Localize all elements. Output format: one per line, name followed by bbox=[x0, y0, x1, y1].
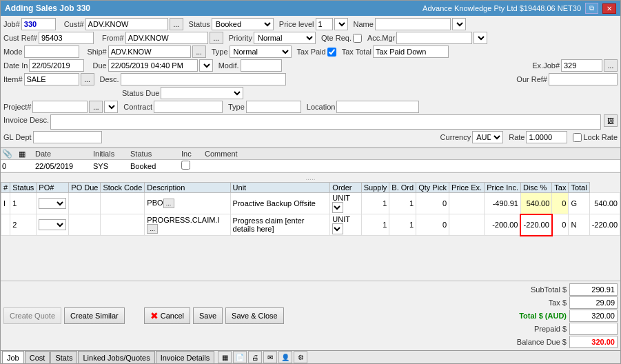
currency-select[interactable]: AUD bbox=[472, 131, 503, 143]
balance-value[interactable] bbox=[569, 336, 618, 348]
price-level-select[interactable] bbox=[334, 18, 348, 30]
type-select[interactable]: Normal bbox=[230, 46, 292, 58]
ship-dots-btn[interactable]: ... bbox=[192, 46, 206, 58]
attach-icon: 📎 bbox=[2, 149, 16, 159]
items-tbody: I 1 PBO... Proactive Backup Offsite UNIT… bbox=[1, 193, 620, 236]
invoice-desc-icon-btn[interactable]: 🖼 bbox=[604, 114, 618, 127]
due-field[interactable] bbox=[108, 59, 198, 72]
ship-field[interactable] bbox=[108, 46, 191, 58]
job-label: Job# bbox=[3, 20, 20, 28]
tab-invoice-details[interactable]: Invoice Details bbox=[156, 351, 215, 363]
row1-num: 1 bbox=[10, 193, 37, 214]
col-order: Order bbox=[330, 183, 361, 193]
log-col-status: Status bbox=[130, 150, 179, 158]
gl-dept-field[interactable] bbox=[33, 131, 102, 143]
lock-rate-checkbox[interactable] bbox=[573, 133, 582, 142]
cancel-button[interactable]: ✖ Cancel bbox=[144, 307, 190, 324]
tab-icon-4[interactable]: ✉ bbox=[263, 351, 277, 363]
from-label: From# bbox=[102, 34, 124, 42]
grid-icon: ▦ bbox=[19, 150, 32, 159]
total-value[interactable] bbox=[569, 310, 618, 322]
log-col-initials: Initials bbox=[93, 150, 128, 158]
row1-po bbox=[69, 193, 101, 214]
restore-button[interactable]: ⧉ bbox=[585, 3, 598, 14]
row1-stock-dots[interactable]: ... bbox=[163, 199, 174, 208]
location-label: Location bbox=[307, 103, 336, 111]
tax-total-field[interactable] bbox=[373, 46, 449, 58]
row2-po-due bbox=[101, 214, 145, 236]
save-close-button[interactable]: Save & Close bbox=[225, 307, 284, 324]
prepaid-value[interactable] bbox=[569, 323, 618, 335]
cust-ref-field[interactable] bbox=[39, 32, 94, 44]
items-table: # Status PO# PO Due Stock Code Descripti… bbox=[1, 182, 620, 236]
due-select[interactable] bbox=[199, 59, 213, 72]
create-quote-button[interactable]: Create Quote bbox=[3, 307, 61, 324]
job-field[interactable] bbox=[21, 18, 56, 30]
create-similar-button[interactable]: Create Similar bbox=[64, 307, 125, 324]
row2-stock-dots[interactable]: ... bbox=[147, 224, 158, 234]
close-button[interactable]: ✕ bbox=[602, 3, 616, 14]
location-field[interactable] bbox=[336, 101, 419, 113]
col-status: Status bbox=[10, 183, 37, 193]
date-in-field[interactable] bbox=[29, 59, 84, 72]
balance-label: Balance Due $ bbox=[511, 338, 567, 346]
name-field[interactable] bbox=[375, 18, 451, 30]
subtotal-row: SubTotal $ bbox=[511, 283, 618, 296]
tab-icon-1[interactable]: ▦ bbox=[218, 351, 232, 363]
qte-req-checkbox[interactable] bbox=[353, 34, 362, 43]
qte-req-label: Qte Req. bbox=[321, 34, 352, 42]
invoice-desc-field[interactable] bbox=[50, 114, 601, 130]
tab-stats[interactable]: Stats bbox=[50, 351, 77, 363]
col-po-due: PO Due bbox=[69, 183, 101, 193]
col-price-ex: Price Ex. bbox=[449, 183, 485, 193]
acc-mgr-field[interactable] bbox=[396, 32, 472, 44]
priority-select[interactable]: Normal bbox=[254, 32, 316, 44]
currency-label: Currency bbox=[440, 133, 471, 141]
project-select[interactable] bbox=[104, 101, 118, 113]
modif-field[interactable] bbox=[241, 59, 282, 72]
status-due-select[interactable] bbox=[161, 87, 243, 99]
name-select[interactable] bbox=[452, 18, 466, 30]
tax-value[interactable] bbox=[569, 296, 618, 309]
price-level-field[interactable] bbox=[316, 18, 333, 30]
ex-job-field[interactable] bbox=[561, 59, 602, 72]
row1-status[interactable] bbox=[37, 193, 69, 214]
subtotal-value[interactable] bbox=[569, 283, 618, 296]
bottom-bar: Create Quote Create Similar ✖ Cancel Sav… bbox=[1, 281, 620, 350]
mode-field[interactable] bbox=[24, 46, 79, 58]
col-unit: Unit bbox=[230, 183, 330, 193]
row2-type bbox=[1, 214, 10, 236]
item-label: Item# bbox=[3, 75, 23, 83]
our-ref-field[interactable] bbox=[549, 73, 618, 85]
desc-field[interactable] bbox=[121, 73, 286, 85]
from-dots-btn[interactable]: ... bbox=[210, 32, 223, 44]
title-bar-right: Advance Knowledge Pty Ltd $19448.06 NET3… bbox=[423, 3, 616, 14]
tab-icon-2[interactable]: 📄 bbox=[233, 351, 247, 363]
tax-paid-checkbox[interactable] bbox=[327, 48, 336, 57]
type2-field[interactable] bbox=[246, 101, 301, 113]
acc-mgr-select[interactable] bbox=[474, 32, 487, 44]
tab-icon-3[interactable]: 🖨 bbox=[248, 351, 262, 363]
cancel-label: Cancel bbox=[161, 312, 184, 320]
status-select[interactable]: Booked bbox=[212, 18, 274, 30]
row1-type: I bbox=[1, 193, 10, 214]
log-row: 0 22/05/2019 SYS Booked bbox=[1, 160, 620, 172]
tab-icon-5[interactable]: 👤 bbox=[278, 351, 292, 363]
tab-cost[interactable]: Cost bbox=[25, 351, 50, 363]
item-field[interactable] bbox=[24, 73, 79, 85]
row2-status[interactable] bbox=[37, 214, 69, 236]
from-field[interactable] bbox=[125, 32, 208, 44]
project-dots-btn[interactable]: ... bbox=[89, 101, 103, 113]
rate-field[interactable] bbox=[526, 131, 567, 143]
tab-linked-jobs[interactable]: Linked Jobs/Quotes bbox=[78, 351, 154, 363]
ex-job-dots-btn[interactable]: ... bbox=[604, 59, 618, 72]
cust-dots-btn[interactable]: ... bbox=[170, 18, 183, 30]
item-dots-btn[interactable]: ... bbox=[81, 73, 94, 85]
tab-icon-6[interactable]: ⚙ bbox=[294, 351, 307, 363]
form-row-5: Item# ... Desc. Our Ref# bbox=[3, 73, 618, 85]
save-button[interactable]: Save bbox=[193, 307, 223, 324]
tab-job[interactable]: Job bbox=[2, 351, 24, 363]
contract-field[interactable] bbox=[154, 101, 223, 113]
cust-field[interactable] bbox=[85, 18, 168, 30]
project-field[interactable] bbox=[32, 101, 88, 113]
